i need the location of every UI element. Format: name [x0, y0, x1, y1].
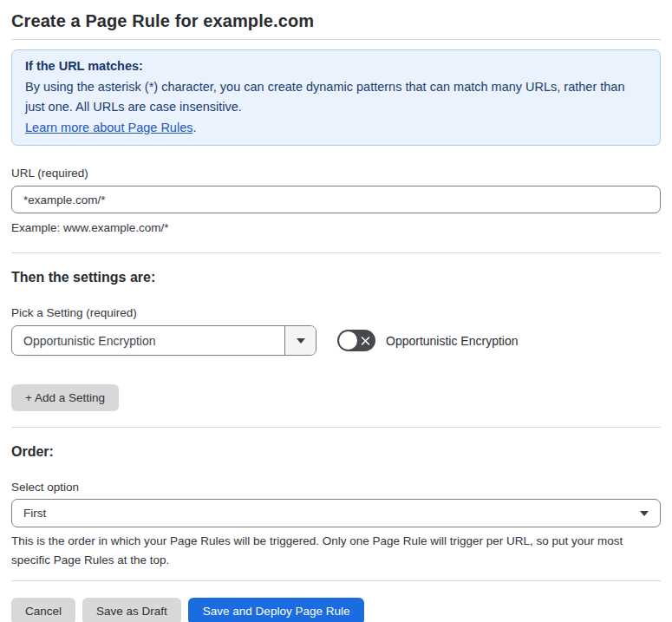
learn-more-link[interactable]: Learn more about Page Rules — [25, 121, 192, 134]
title-divider — [11, 39, 661, 40]
setting-dropdown-value: Opportunistic Encryption — [12, 334, 284, 348]
info-box-heading: If the URL matches: — [25, 56, 647, 77]
page-title: Create a Page Rule for example.com — [11, 10, 661, 31]
save-draft-button[interactable]: Save as Draft — [82, 598, 181, 622]
url-helper-text: Example: www.example.com/* — [11, 219, 661, 237]
chevron-down-icon — [640, 511, 649, 516]
toggle-knob — [339, 331, 357, 350]
save-deploy-button[interactable]: Save and Deploy Page Rule — [188, 598, 365, 622]
footer-actions: Cancel Save as Draft Save and Deploy Pag… — [11, 598, 661, 622]
footer-divider — [11, 580, 661, 581]
setting-dropdown-arrow-button[interactable] — [284, 326, 316, 355]
order-select-value: First — [23, 507, 46, 520]
chevron-down-icon — [297, 338, 305, 344]
create-page-rule-panel: Create a Page Rule for example.com If th… — [0, 0, 672, 622]
toggle-off-x-icon — [361, 336, 370, 345]
info-box-body: By using the asterisk (*) character, you… — [25, 77, 647, 118]
toggle-label: Opportunistic Encryption — [386, 334, 519, 348]
setting-row: Opportunistic Encryption Opportunistic E… — [11, 325, 661, 356]
setting-dropdown[interactable]: Opportunistic Encryption — [11, 325, 316, 356]
add-setting-button[interactable]: + Add a Setting — [11, 384, 119, 411]
order-helper-text: This is the order in which your Page Rul… — [11, 532, 655, 569]
select-option-label: Select option — [11, 481, 661, 494]
url-matches-info-box: If the URL matches: By using the asteris… — [11, 49, 661, 146]
url-label: URL (required) — [11, 167, 661, 180]
url-input[interactable] — [11, 186, 661, 213]
link-period: . — [192, 121, 196, 134]
cancel-button[interactable]: Cancel — [11, 598, 75, 622]
info-box-link-line: Learn more about Page Rules. — [25, 118, 647, 139]
section-divider — [11, 427, 661, 428]
pick-setting-label: Pick a Setting (required) — [11, 306, 661, 319]
order-heading: Order: — [11, 444, 661, 460]
order-select[interactable]: First — [11, 499, 661, 527]
opportunistic-encryption-toggle[interactable] — [337, 330, 375, 351]
section-divider — [11, 252, 661, 253]
settings-heading: Then the settings are: — [11, 270, 661, 285]
